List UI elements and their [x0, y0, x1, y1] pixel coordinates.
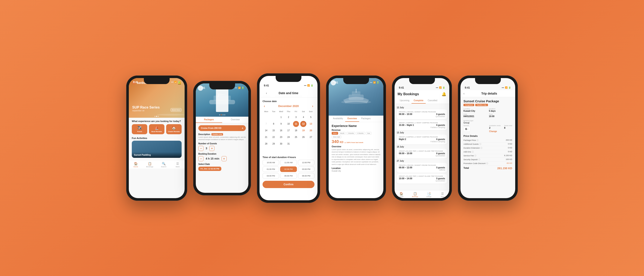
cal-day-27[interactable]: 27 [308, 134, 314, 140]
cal-day-10[interactable]: 10 [286, 121, 292, 127]
booking-card-0[interactable]: PRIVATE | CRUISE | SUNSET CRUISE PACKAGE… [397, 109, 447, 119]
time-slot-2pm[interactable]: 02:06 PM [280, 166, 297, 172]
day-thu: Thu [285, 110, 292, 113]
booking-card-4[interactable]: PRIVATE | CRUISE | SUNSET CRUISE PACKAGE… [397, 163, 447, 173]
chip-6months[interactable]: 6 Months [356, 132, 365, 135]
phone3-back-btn[interactable]: ‹ [262, 90, 270, 96]
cal-day-13[interactable]: 13 [308, 121, 314, 127]
cal-day-4[interactable]: 4 [300, 114, 306, 120]
cal-day-12[interactable]: 12 [300, 121, 306, 127]
guests-dropdown-val: 6 [466, 128, 467, 131]
time-slot-5pm[interactable]: 05:00 PM [280, 173, 297, 179]
cal-day-22[interactable]: 22 [271, 134, 277, 140]
cal-day-19[interactable]: 19 [300, 128, 306, 134]
phone4-status-bar: 9:41 ▪▪▪ 📶 🔋 [329, 79, 384, 85]
nav-home[interactable]: 🏠 Home [129, 162, 143, 168]
booking-card-3[interactable]: GROUP | ISLAND TRIP | 1 NIGHT ISLAND TRI… [397, 149, 447, 158]
battery-icon-2: 🔋 [242, 87, 244, 89]
cal-day-14[interactable]: 14 [263, 128, 269, 134]
tab-packages[interactable]: Packages [359, 116, 373, 122]
p5-nav-more[interactable]: ☰ More [436, 192, 449, 197]
tab-cancelled[interactable]: Cancelled [426, 98, 440, 104]
time-slot-1pm[interactable]: 01:00 PM [262, 166, 279, 172]
phone4-status-icons: ▪▪▪ 📶 🔋 [370, 81, 379, 84]
phone2-cruise-btn[interactable]: Cruise From 200 KD ∧ [198, 125, 246, 131]
guests-plus-btn[interactable]: + [209, 146, 214, 151]
cat-chalet[interactable]: 🏠 Chalet Rentals [166, 124, 182, 134]
next-month-btn[interactable]: › [311, 104, 314, 108]
phone3-confirm-btn[interactable]: Confirm [262, 181, 314, 188]
duration-plus-btn[interactable]: + [222, 156, 227, 161]
cat-boat[interactable]: ⛵ Boat Rentals [149, 124, 164, 134]
cal-day-2[interactable]: 2 [286, 114, 292, 120]
phone6-back-btn[interactable]: ‹ [464, 92, 464, 95]
nav-bookings[interactable]: 📋 Bookings [143, 162, 157, 168]
cal-day-31[interactable]: 31 [286, 141, 292, 147]
time-slot-10am[interactable]: 10:00 AM [262, 160, 279, 165]
phone2-selected-date[interactable]: Fri, Dec 12 02:00 PM [198, 167, 221, 171]
nav-search[interactable]: 🔍 Search [157, 162, 171, 168]
cat-travel[interactable]: ✈️ Travel [132, 124, 147, 134]
time-slot-6pm[interactable]: 06:00 PM [298, 173, 314, 179]
cal-day-1[interactable]: 1 [278, 114, 284, 120]
cal-day-5[interactable]: 5 [308, 114, 314, 120]
cal-day-18[interactable]: 18 [293, 128, 299, 134]
booking-card-1[interactable]: GROUP | CAMPING | 1 NIGHT CAMPING PACKAG… [397, 120, 447, 130]
tab-overview[interactable]: Overview [345, 116, 359, 122]
cal-day-24[interactable]: 24 [286, 134, 292, 140]
cal-day-29[interactable]: 29 [271, 141, 277, 147]
seats-change-btn[interactable]: Change [489, 130, 497, 133]
p5-nav-bookings[interactable]: 📋 Bookings [408, 192, 422, 197]
cal-day-11[interactable]: 11 [293, 121, 299, 127]
guests-minus-btn[interactable]: − [198, 146, 204, 151]
cal-day-9[interactable]: 9 [278, 121, 284, 127]
tab-upcoming[interactable]: Upcoming [398, 98, 412, 104]
booking-card-2[interactable]: GROUP | CAMPING | 2 NIGHT CAMPING PACKAG… [397, 134, 447, 144]
hero-book-btn[interactable]: Book Now [170, 108, 182, 112]
cal-day-23[interactable]: 23 [278, 134, 284, 140]
cal-day-30[interactable]: 30 [278, 141, 284, 147]
phone2-date-label: Select Date [198, 163, 246, 165]
tab-packages[interactable]: Packages [196, 117, 222, 123]
prev-month-btn[interactable]: ‹ [262, 104, 266, 108]
tab-availability[interactable]: Availability [331, 116, 345, 122]
cal-day-25[interactable]: 25 [293, 134, 299, 140]
chip-month[interactable]: Month [339, 132, 346, 135]
nav-more[interactable]: ☰ More [171, 162, 184, 168]
cal-day-16[interactable]: 16 [278, 128, 284, 134]
tab-complete[interactable]: Complete [412, 98, 426, 104]
service-fee-val: 6.150 KD [504, 154, 512, 157]
chip-since[interactable]: Since start [332, 136, 341, 138]
phone1-body: What experience are you looking for toda… [129, 118, 184, 160]
guests-dropdown[interactable]: 6 ∨ [464, 127, 470, 132]
cal-day-21[interactable]: 21 [263, 134, 269, 140]
time-slot-12pm[interactable]: 12:00 PM [298, 160, 314, 165]
chip-3months[interactable]: 3 Months [346, 132, 355, 135]
time-slot-3pm[interactable]: 03:00 PM [298, 166, 314, 172]
phone5-bell[interactable]: 🔔 [442, 92, 446, 96]
cal-day-3[interactable]: 3 [293, 114, 299, 120]
booking-venue-0: Quicksilver [399, 115, 445, 118]
time-slot-11am[interactable]: 11:00 AM [280, 160, 297, 165]
time-slot-4pm[interactable]: 04:00 PM [262, 173, 279, 179]
chip-year[interactable]: Year [366, 132, 371, 135]
phone1-activity-card[interactable]: Sunset Paddling [132, 141, 182, 158]
duration-minus-btn[interactable]: − [198, 156, 204, 161]
chip-week[interactable]: Week [332, 132, 338, 135]
booking-venue-1: Failaka Camping [399, 126, 445, 128]
p5-nav-home[interactable]: 🏠 Home [394, 192, 408, 197]
phone3-notch [276, 76, 302, 82]
cal-day-8[interactable]: 8 [271, 121, 277, 127]
cal-day-28[interactable]: 28 [263, 141, 269, 147]
cal-day-26[interactable]: 26 [300, 134, 306, 140]
p5-nav-listings[interactable]: 📑 Listings [422, 192, 436, 197]
package-price-val: 200 KD [506, 139, 512, 142]
cal-day-15[interactable]: 15 [271, 128, 277, 134]
signal-icon-6: ▪▪▪ [502, 86, 504, 89]
booking-card-5[interactable]: GROUP | ISLAND TRIP | 1 NIGHT ISLAND TRI… [397, 174, 447, 184]
cal-day-17[interactable]: 17 [286, 128, 292, 134]
booking-time-val-2: Night 2 [399, 138, 406, 140]
phone1-content: 9:41 ▪▪▪ 📶 🔋 sanbuk 🔔 S [129, 78, 184, 198]
cal-day-20[interactable]: 20 [308, 128, 314, 134]
tab-overview[interactable]: Overview [222, 117, 248, 123]
